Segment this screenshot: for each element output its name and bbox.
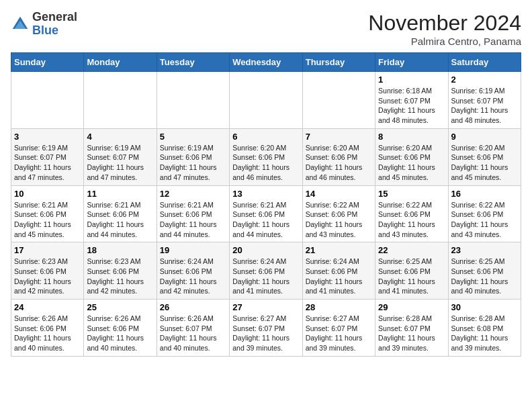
day-number: 20: [232, 245, 299, 255]
day-number: 5: [160, 132, 226, 142]
day-info: Sunrise: 6:23 AMSunset: 6:06 PMDaylight:…: [14, 257, 81, 296]
day-cell: 25Sunrise: 6:26 AMSunset: 6:06 PMDayligh…: [84, 300, 157, 357]
day-info: Sunrise: 6:19 AMSunset: 6:07 PMDaylight:…: [87, 143, 153, 183]
header-saturday: Saturday: [448, 53, 521, 72]
day-info: Sunrise: 6:27 AMSunset: 6:07 PMDaylight:…: [306, 314, 372, 353]
day-info: Sunrise: 6:26 AMSunset: 6:06 PMDaylight:…: [87, 314, 153, 353]
day-number: 15: [378, 189, 445, 199]
day-number: 9: [451, 132, 518, 142]
logo-text: General Blue: [32, 11, 77, 38]
day-cell: 18Sunrise: 6:23 AMSunset: 6:06 PMDayligh…: [84, 242, 157, 300]
day-number: 23: [451, 245, 518, 255]
day-info: Sunrise: 6:27 AMSunset: 6:07 PMDaylight:…: [232, 314, 299, 353]
day-cell: 2Sunrise: 6:19 AMSunset: 6:07 PMDaylight…: [448, 72, 521, 129]
day-number: 4: [87, 132, 153, 142]
day-info: Sunrise: 6:18 AMSunset: 6:07 PMDaylight:…: [378, 86, 445, 126]
week-row-5: 24Sunrise: 6:26 AMSunset: 6:06 PMDayligh…: [11, 300, 521, 357]
day-cell: [84, 72, 157, 129]
day-cell: 24Sunrise: 6:26 AMSunset: 6:06 PMDayligh…: [11, 300, 84, 357]
day-info: Sunrise: 6:21 AMSunset: 6:06 PMDaylight:…: [87, 200, 153, 240]
day-info: Sunrise: 6:21 AMSunset: 6:06 PMDaylight:…: [160, 200, 226, 240]
day-info: Sunrise: 6:24 AMSunset: 6:06 PMDaylight:…: [160, 257, 226, 296]
day-info: Sunrise: 6:19 AMSunset: 6:06 PMDaylight:…: [160, 143, 226, 183]
day-info: Sunrise: 6:22 AMSunset: 6:06 PMDaylight:…: [306, 200, 372, 240]
week-row-4: 17Sunrise: 6:23 AMSunset: 6:06 PMDayligh…: [11, 242, 521, 300]
day-info: Sunrise: 6:26 AMSunset: 6:07 PMDaylight:…: [160, 314, 226, 353]
day-cell: 4Sunrise: 6:19 AMSunset: 6:07 PMDaylight…: [84, 128, 157, 185]
logo-blue: Blue: [32, 24, 77, 38]
day-cell: 16Sunrise: 6:22 AMSunset: 6:06 PMDayligh…: [448, 185, 521, 242]
day-info: Sunrise: 6:21 AMSunset: 6:06 PMDaylight:…: [232, 200, 299, 240]
day-cell: [230, 72, 302, 129]
day-info: Sunrise: 6:22 AMSunset: 6:06 PMDaylight:…: [451, 200, 518, 240]
day-number: 25: [87, 302, 153, 312]
day-cell: 5Sunrise: 6:19 AMSunset: 6:06 PMDaylight…: [157, 128, 229, 185]
week-row-3: 10Sunrise: 6:21 AMSunset: 6:06 PMDayligh…: [11, 185, 521, 242]
day-info: Sunrise: 6:25 AMSunset: 6:06 PMDaylight:…: [378, 257, 445, 296]
day-number: 6: [232, 132, 299, 142]
header-friday: Friday: [375, 53, 448, 72]
day-cell: [302, 72, 375, 129]
day-info: Sunrise: 6:24 AMSunset: 6:06 PMDaylight:…: [306, 257, 372, 296]
day-info: Sunrise: 6:28 AMSunset: 6:07 PMDaylight:…: [378, 314, 445, 353]
header-monday: Monday: [84, 53, 157, 72]
day-cell: 15Sunrise: 6:22 AMSunset: 6:06 PMDayligh…: [375, 185, 448, 242]
day-number: 22: [378, 245, 445, 255]
day-number: 7: [306, 132, 372, 142]
day-cell: 3Sunrise: 6:19 AMSunset: 6:07 PMDaylight…: [11, 128, 84, 185]
header-wednesday: Wednesday: [230, 53, 302, 72]
day-number: 30: [451, 302, 518, 312]
day-number: 14: [306, 189, 372, 199]
day-cell: 19Sunrise: 6:24 AMSunset: 6:06 PMDayligh…: [157, 242, 229, 300]
page-header: General Blue November 2024 Palmira Centr…: [11, 11, 521, 47]
day-number: 24: [14, 302, 81, 312]
day-cell: 23Sunrise: 6:25 AMSunset: 6:06 PMDayligh…: [448, 242, 521, 300]
day-info: Sunrise: 6:25 AMSunset: 6:06 PMDaylight:…: [451, 257, 518, 296]
day-number: 29: [378, 302, 445, 312]
day-cell: 1Sunrise: 6:18 AMSunset: 6:07 PMDaylight…: [375, 72, 448, 129]
day-info: Sunrise: 6:20 AMSunset: 6:06 PMDaylight:…: [378, 143, 445, 183]
day-number: 12: [160, 189, 226, 199]
day-number: 28: [306, 302, 372, 312]
day-cell: 14Sunrise: 6:22 AMSunset: 6:06 PMDayligh…: [302, 185, 375, 242]
day-info: Sunrise: 6:28 AMSunset: 6:08 PMDaylight:…: [451, 314, 518, 353]
day-info: Sunrise: 6:19 AMSunset: 6:07 PMDaylight:…: [14, 143, 81, 183]
day-cell: 26Sunrise: 6:26 AMSunset: 6:07 PMDayligh…: [157, 300, 229, 357]
day-cell: 28Sunrise: 6:27 AMSunset: 6:07 PMDayligh…: [302, 300, 375, 357]
day-info: Sunrise: 6:19 AMSunset: 6:07 PMDaylight:…: [451, 86, 518, 126]
day-cell: 8Sunrise: 6:20 AMSunset: 6:06 PMDaylight…: [375, 128, 448, 185]
day-info: Sunrise: 6:23 AMSunset: 6:06 PMDaylight:…: [87, 257, 153, 296]
day-info: Sunrise: 6:22 AMSunset: 6:06 PMDaylight:…: [378, 200, 445, 240]
day-cell: [11, 72, 84, 129]
day-cell: 12Sunrise: 6:21 AMSunset: 6:06 PMDayligh…: [157, 185, 229, 242]
day-cell: 9Sunrise: 6:20 AMSunset: 6:06 PMDaylight…: [448, 128, 521, 185]
day-number: 16: [451, 189, 518, 199]
day-cell: 20Sunrise: 6:24 AMSunset: 6:06 PMDayligh…: [230, 242, 302, 300]
day-cell: [157, 72, 229, 129]
day-number: 1: [378, 75, 445, 85]
week-row-2: 3Sunrise: 6:19 AMSunset: 6:07 PMDaylight…: [11, 128, 521, 185]
day-number: 3: [14, 132, 81, 142]
day-number: 21: [306, 245, 372, 255]
header-sunday: Sunday: [11, 53, 84, 72]
day-number: 17: [14, 245, 81, 255]
day-number: 10: [14, 189, 81, 199]
logo-general: General: [32, 11, 77, 24]
day-number: 8: [378, 132, 445, 142]
day-info: Sunrise: 6:26 AMSunset: 6:06 PMDaylight:…: [14, 314, 81, 353]
day-number: 13: [232, 189, 299, 199]
day-number: 11: [87, 189, 153, 199]
day-cell: 6Sunrise: 6:20 AMSunset: 6:06 PMDaylight…: [230, 128, 302, 185]
day-number: 19: [160, 245, 226, 255]
day-cell: 30Sunrise: 6:28 AMSunset: 6:08 PMDayligh…: [448, 300, 521, 357]
day-cell: 27Sunrise: 6:27 AMSunset: 6:07 PMDayligh…: [230, 300, 302, 357]
location: Palmira Centro, Panama: [368, 36, 521, 47]
day-cell: 22Sunrise: 6:25 AMSunset: 6:06 PMDayligh…: [375, 242, 448, 300]
day-number: 2: [451, 75, 518, 85]
calendar-table: SundayMondayTuesdayWednesdayThursdayFrid…: [11, 52, 521, 357]
day-info: Sunrise: 6:20 AMSunset: 6:06 PMDaylight:…: [232, 143, 299, 183]
day-cell: 13Sunrise: 6:21 AMSunset: 6:06 PMDayligh…: [230, 185, 302, 242]
week-row-1: 1Sunrise: 6:18 AMSunset: 6:07 PMDaylight…: [11, 72, 521, 129]
day-cell: 11Sunrise: 6:21 AMSunset: 6:06 PMDayligh…: [84, 185, 157, 242]
day-cell: 17Sunrise: 6:23 AMSunset: 6:06 PMDayligh…: [11, 242, 84, 300]
